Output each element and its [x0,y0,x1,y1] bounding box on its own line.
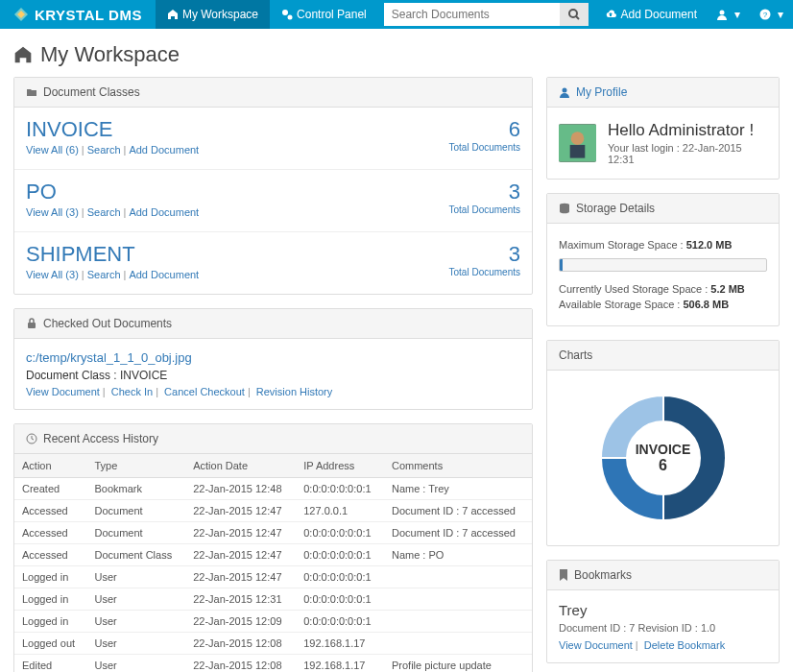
page-title: My Workspace [13,42,780,67]
brand[interactable]: KRYSTAL DMS [0,0,156,29]
panel-my-profile: My Profile Hello Administrator ! Your la… [546,77,780,180]
caret-down-icon: ▾ [778,8,783,21]
home-icon [13,45,33,64]
profile-greeting: Hello Administrator ! [608,121,767,140]
storage-used: Currently Used Storage Space : 5.2 MB [559,283,767,295]
table-row: Logged inUser22-Jan-2015 12:310:0:0:0:0:… [14,588,532,611]
nav-help-menu[interactable]: ? ▾ [750,0,793,29]
link-search[interactable]: Search [87,269,121,280]
profile-last-login: Your last login : 22-Jan-2015 12:31 [608,142,767,165]
history-table: Action Type Action Date IP Address Comme… [14,454,532,672]
user-icon [716,9,728,20]
svg-point-4 [569,10,577,17]
link-search[interactable]: Search [87,206,121,218]
bookmark-icon [559,569,568,581]
col-type: Type [86,454,185,478]
col-date: Action Date [185,454,296,478]
logo-icon [13,7,29,22]
doc-class-total: Total Documents [449,267,520,277]
panel-heading: Checked Out Documents [14,309,532,339]
avatar [559,124,596,162]
navbar: KRYSTAL DMS My Workspace Control Panel A… [0,0,793,29]
brand-label: KRYSTAL DMS [35,7,142,23]
table-row: Logged outUser22-Jan-2015 12:08192.168.1… [14,633,532,655]
storage-max: Maximum Storage Space : 512.0 MB [559,239,767,251]
link-add-document[interactable]: Add Document [129,206,199,218]
link-view-document[interactable]: View Document [559,639,633,651]
link-search[interactable]: Search [87,144,121,156]
link-cancel-checkout[interactable]: Cancel Checkout [164,386,245,397]
storage-progress [559,258,767,272]
storage-available: Available Storage Space : 506.8 MB [559,299,767,310]
cloud-upload-icon [604,9,617,20]
panel-heading: Bookmarks [547,561,779,590]
caret-down-icon: ▾ [734,8,740,21]
col-action: Action [14,454,86,478]
link-check-in[interactable]: Check In [111,386,153,397]
panel-history: Recent Access History Action Type Action… [13,423,533,672]
svg-rect-9 [28,323,36,328]
panel-charts: Charts INVOICE 6 [546,340,780,546]
doc-class-item: SHIPMENTView All (3)|Search|Add Document… [14,232,532,294]
svg-point-13 [571,132,585,145]
link-view-all[interactable]: View All (3) [26,269,79,280]
svg-rect-14 [570,145,586,158]
link-revision-history[interactable]: Revision History [256,386,332,397]
chart-center-value: 6 [659,457,667,474]
user-icon [559,86,570,98]
nav-label: Add Document [621,8,697,21]
col-ip: IP Address [296,454,384,478]
svg-text:?: ? [763,11,768,19]
panel-heading: Document Classes [14,78,532,108]
svg-point-2 [282,10,288,15]
doc-class-name[interactable]: SHIPMENT [26,242,449,267]
nav-user-menu[interactable]: ▾ [707,0,750,29]
panel-document-classes: Document Classes INVOICEView All (6)|Sea… [13,77,533,295]
doc-class-count: 3 [449,242,520,267]
panel-heading: Storage Details [547,194,779,224]
search-wrap [378,0,594,29]
link-my-profile[interactable]: My Profile [576,85,627,99]
doc-class-item: INVOICEView All (6)|Search|Add Document6… [14,108,532,170]
doc-class-count: 6 [449,117,520,142]
table-row: Logged inUser22-Jan-2015 12:090:0:0:0:0:… [14,611,532,633]
panel-heading: My Profile [547,78,779,108]
svg-point-3 [288,15,293,20]
panel-checked-out: Checked Out Documents c:/temp/krystal_1_… [13,308,533,410]
table-row: AccessedDocument Class22-Jan-2015 12:470… [14,544,532,566]
nav-add-document[interactable]: Add Document [594,0,707,29]
table-row: EditedUser22-Jan-2015 12:08192.168.1.17P… [14,655,532,673]
home-icon [167,9,179,20]
link-view-all[interactable]: View All (6) [26,144,79,156]
bookmark-meta: Document ID : 7 Revision ID : 1.0 [559,622,767,634]
link-view-all[interactable]: View All (3) [26,206,79,218]
nav-my-workspace[interactable]: My Workspace [156,0,270,29]
gears-icon [281,9,293,20]
link-add-document[interactable]: Add Document [129,144,199,156]
table-row: CreatedBookmark22-Jan-2015 12:480:0:0:0:… [14,478,532,500]
col-comments: Comments [384,454,532,478]
search-input[interactable] [384,3,560,26]
doc-class-count: 3 [449,180,520,204]
nav-control-panel[interactable]: Control Panel [270,0,378,29]
svg-point-6 [720,11,725,15]
chart-center-label: INVOICE [636,442,691,457]
lock-icon [26,318,37,329]
search-icon [568,9,580,20]
doc-class-name[interactable]: INVOICE [26,117,449,142]
panel-heading: Recent Access History [14,424,532,454]
doc-class-name[interactable]: PO [26,180,449,204]
link-delete-bookmark[interactable]: Delete Bookmark [644,639,725,651]
navbar-right: Add Document ▾ ? ▾ [594,0,793,29]
svg-point-11 [563,88,567,93]
checked-out-file-link[interactable]: c:/temp/krystal_1_1_0_obj.jpg [26,350,192,365]
doc-class-total: Total Documents [449,204,520,215]
link-add-document[interactable]: Add Document [129,269,199,280]
search-button[interactable] [560,3,589,26]
help-icon: ? [759,9,771,20]
panel-bookmarks: Bookmarks Trey Document ID : 7 Revision … [546,560,780,663]
link-view-document[interactable]: View Document [26,386,100,397]
panel-storage: Storage Details Maximum Storage Space : … [546,193,780,326]
panel-heading: Charts [547,341,779,371]
bookmark-name: Trey [559,602,767,618]
